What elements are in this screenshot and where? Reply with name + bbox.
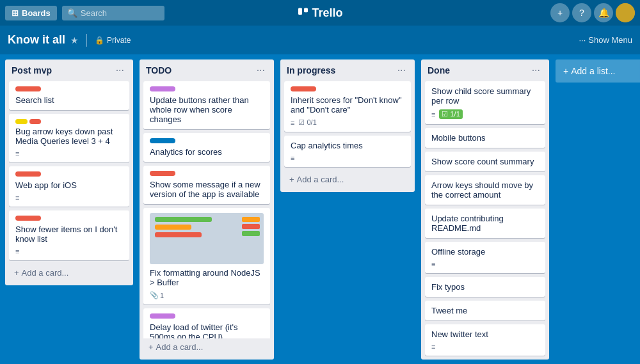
help-button[interactable]: ? bbox=[572, 3, 591, 22]
show-menu-button[interactable]: ··· Show Menu bbox=[579, 35, 633, 45]
list-header-done: Done ··· bbox=[421, 59, 549, 81]
svg-rect-0 bbox=[298, 8, 302, 15]
divider bbox=[86, 34, 87, 47]
list-inprogress: In progress ··· Inherit scores for "Don'… bbox=[280, 59, 415, 192]
table-row[interactable]: Update contributing README.md bbox=[425, 209, 545, 238]
attachment-meta: 📎 1 bbox=[150, 291, 164, 299]
paperclip-icon: 📎 bbox=[150, 291, 159, 299]
search-bar: 🔍 bbox=[62, 6, 164, 20]
table-row[interactable]: Inherit scores for "Don't know" and "Don… bbox=[284, 81, 411, 132]
search-input[interactable] bbox=[81, 8, 157, 18]
table-row[interactable]: Search list bbox=[9, 81, 129, 110]
add-card-post-mvp[interactable]: + Add a card... bbox=[8, 264, 131, 281]
avatar[interactable] bbox=[616, 3, 635, 22]
list-cards-inprogress: Inherit scores for "Don't know" and "Don… bbox=[280, 81, 415, 171]
top-nav: ⊞ Boards 🔍 Trello + ? 🔔 bbox=[0, 0, 640, 26]
list-header-post-mvp: Post mvp ··· bbox=[5, 59, 133, 81]
grid-icon: ⊞ bbox=[12, 8, 19, 18]
search-icon: 🔍 bbox=[67, 8, 77, 18]
nav-right: + ? 🔔 bbox=[550, 3, 635, 22]
add-card-todo[interactable]: + Add a card... bbox=[142, 338, 271, 356]
table-row[interactable]: Bug arrow keys down past Media Queries l… bbox=[9, 114, 129, 162]
board-title: Know it all bbox=[8, 33, 65, 47]
lock-icon: 🔒 bbox=[95, 36, 104, 45]
list-header-todo: TODO ··· bbox=[140, 59, 274, 81]
table-row[interactable]: Show some message if a new version of th… bbox=[143, 166, 270, 204]
table-row[interactable]: Offline storage ≡ bbox=[425, 242, 545, 273]
list-menu-post-mvp[interactable]: ··· bbox=[113, 65, 127, 76]
lines-icon: ≡ bbox=[431, 111, 435, 118]
list-menu-inprogress[interactable]: ··· bbox=[395, 65, 408, 76]
lines-icon: ≡ bbox=[431, 260, 435, 268]
lists-container: Post mvp ··· Search list Bug arrow keys … bbox=[0, 54, 640, 364]
lines-icon: ≡ bbox=[291, 154, 294, 162]
table-row[interactable]: Web app for iOS ≡ bbox=[9, 166, 129, 207]
lines-icon: ≡ bbox=[15, 248, 19, 255]
table-row[interactable]: Cap analytics times ≡ bbox=[284, 136, 411, 167]
notifications-button[interactable]: 🔔 bbox=[594, 3, 613, 22]
boards-button[interactable]: ⊞ Boards bbox=[5, 6, 57, 20]
list-done: Done ··· Show child score summary per ro… bbox=[421, 59, 549, 360]
table-row[interactable]: Tweet me bbox=[425, 301, 545, 320]
lines-icon: ≡ bbox=[431, 343, 435, 351]
table-row[interactable]: Delay load of twitter (it's 500ms on the… bbox=[143, 308, 270, 338]
list-menu-done[interactable]: ··· bbox=[529, 65, 543, 76]
add-list-button[interactable]: + Add a list... bbox=[556, 59, 640, 83]
table-row[interactable]: Analytics for scores bbox=[143, 133, 270, 162]
list-cards-done: Show child score summary per row ≡ ☑ 1/1… bbox=[421, 81, 549, 360]
table-row[interactable]: New twitter text ≡ bbox=[425, 324, 545, 356]
table-row[interactable]: Show score count summary bbox=[425, 152, 545, 171]
lines-icon: ≡ bbox=[15, 150, 19, 157]
table-row[interactable]: Show child score summary per row ≡ ☑ 1/1 bbox=[425, 81, 545, 124]
board-header: Know it all ★ 🔒 Private ··· Show Menu bbox=[0, 26, 640, 54]
list-post-mvp: Post mvp ··· Search list Bug arrow keys … bbox=[5, 59, 133, 285]
add-button[interactable]: + bbox=[550, 3, 570, 22]
lines-icon: ≡ bbox=[291, 119, 294, 127]
table-row[interactable]: Mobile buttons bbox=[425, 128, 545, 148]
table-row[interactable]: Fix formatting around NodeJS > Buffer 📎 … bbox=[143, 208, 270, 305]
list-header-inprogress: In progress ··· bbox=[280, 59, 415, 81]
table-row[interactable]: Arrow keys should move by the correct am… bbox=[425, 175, 545, 205]
star-icon[interactable]: ★ bbox=[70, 35, 79, 45]
lines-icon: ≡ bbox=[15, 194, 19, 202]
board-visibility: 🔒 Private bbox=[95, 36, 131, 45]
list-cards-post-mvp: Search list Bug arrow keys down past Med… bbox=[5, 81, 133, 264]
checklist-badge: ☑ 1/1 bbox=[439, 109, 462, 119]
bell-icon: 🔔 bbox=[598, 8, 609, 18]
list-todo: TODO ··· Update buttons rather than whol… bbox=[140, 59, 274, 360]
table-row[interactable]: Update buttons rather than whole row whe… bbox=[143, 81, 270, 129]
checklist-meta: ☑ 0/1 bbox=[298, 118, 316, 127]
plus-icon: + bbox=[563, 66, 568, 76]
table-row[interactable]: Fix typos bbox=[425, 277, 545, 297]
list-cards-todo: Update buttons rather than whole row whe… bbox=[140, 81, 274, 338]
add-card-inprogress[interactable]: + Add a card... bbox=[283, 171, 412, 188]
svg-rect-1 bbox=[304, 8, 308, 13]
table-row[interactable]: Show fewer items on I don't know list ≡ bbox=[9, 210, 129, 260]
list-menu-todo[interactable]: ··· bbox=[254, 65, 268, 76]
boards-label: Boards bbox=[22, 8, 51, 18]
trello-logo: Trello bbox=[297, 6, 342, 20]
card-thumbnail bbox=[150, 213, 264, 264]
